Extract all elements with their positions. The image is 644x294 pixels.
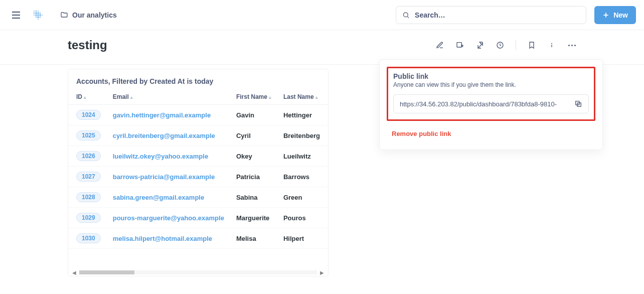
new-button-label: New bbox=[613, 11, 628, 19]
id-pill[interactable]: 1030 bbox=[76, 233, 101, 243]
panel-title: Public link bbox=[393, 72, 589, 80]
cell-first: Gavin bbox=[230, 105, 277, 125]
cell-last: Pouros bbox=[277, 208, 326, 228]
svg-point-3 bbox=[34, 12, 35, 14]
svg-point-13 bbox=[38, 16, 39, 18]
svg-point-16 bbox=[404, 13, 408, 17]
title-actions bbox=[435, 40, 576, 50]
id-pill[interactable]: 1025 bbox=[76, 130, 101, 140]
card-subtitle: Accounts, Filtered by Created At is toda… bbox=[68, 69, 328, 89]
remove-public-link[interactable]: Remove public link bbox=[392, 130, 451, 137]
svg-point-11 bbox=[42, 14, 43, 16]
share-icon[interactable] bbox=[475, 41, 485, 50]
svg-point-5 bbox=[38, 12, 39, 14]
logo bbox=[30, 7, 46, 23]
cell-plan: Basi bbox=[326, 187, 329, 208]
info-icon[interactable] bbox=[547, 41, 556, 50]
id-pill[interactable]: 1024 bbox=[76, 110, 101, 120]
more-icon[interactable] bbox=[567, 41, 576, 50]
table-row[interactable]: 1029pouros-marguerite@yahoo.exampleMargu… bbox=[68, 208, 329, 228]
cell-last: Hettinger bbox=[277, 105, 326, 125]
svg-point-0 bbox=[34, 10, 35, 12]
table-row[interactable]: 1030melisa.hilpert@hotmail.exampleMelisa… bbox=[68, 228, 329, 249]
id-pill[interactable]: 1028 bbox=[76, 192, 101, 202]
sharing-panel: Public link Anyone can view this if you … bbox=[379, 59, 603, 150]
bookmark-icon[interactable] bbox=[527, 41, 536, 50]
cell-first: Okey bbox=[230, 146, 277, 167]
edit-icon[interactable] bbox=[435, 41, 444, 50]
page-title: testing bbox=[68, 38, 107, 52]
cell-last: Lueilwitz bbox=[277, 146, 326, 167]
svg-point-9 bbox=[38, 14, 39, 16]
cell-plan: Basi bbox=[326, 208, 329, 228]
cell-plan: Basi bbox=[326, 167, 329, 187]
horizontal-scrollbar[interactable]: ◀ ▶ bbox=[68, 269, 328, 276]
id-pill[interactable]: 1027 bbox=[76, 172, 101, 182]
cell-first: Melisa bbox=[230, 228, 277, 249]
col-id[interactable]: ID▴ bbox=[68, 89, 107, 105]
cell-first: Marguerite bbox=[230, 208, 277, 228]
table-row[interactable]: 1024gavin.hettinger@gmail.exampleGavinHe… bbox=[68, 105, 329, 125]
email-link[interactable]: sabina.green@gmail.example bbox=[113, 194, 204, 201]
cell-last: Breitenberg bbox=[277, 125, 326, 146]
panel-subtitle: Anyone can view this if you give them th… bbox=[393, 81, 589, 88]
cell-plan: Basi bbox=[326, 146, 329, 167]
col-last[interactable]: Last Name▴ bbox=[277, 89, 326, 105]
cell-plan: Basi bbox=[326, 105, 329, 125]
svg-point-6 bbox=[40, 12, 41, 14]
table-row[interactable]: 1028sabina.green@gmail.exampleSabinaGree… bbox=[68, 187, 329, 208]
table-row[interactable]: 1025cyril.breitenberg@gmail.exampleCyril… bbox=[68, 125, 329, 146]
cell-plan: Basi bbox=[326, 228, 329, 249]
cell-last: Green bbox=[277, 187, 326, 208]
col-first[interactable]: First Name▴ bbox=[230, 89, 277, 105]
col-email[interactable]: Email▴ bbox=[107, 89, 230, 105]
cell-first: Cyril bbox=[230, 125, 277, 146]
search-input[interactable] bbox=[415, 11, 580, 19]
svg-point-1 bbox=[36, 10, 37, 12]
svg-point-2 bbox=[38, 10, 39, 12]
cell-first: Sabina bbox=[230, 187, 277, 208]
copy-icon[interactable] bbox=[573, 99, 583, 109]
public-url-field[interactable]: https://34.56.203.82/public/dashboard/78… bbox=[393, 94, 589, 113]
id-pill[interactable]: 1029 bbox=[76, 213, 101, 223]
cell-last: Barrows bbox=[277, 167, 326, 187]
svg-point-19 bbox=[552, 43, 552, 44]
plus-icon bbox=[602, 12, 609, 19]
id-pill[interactable]: 1026 bbox=[76, 151, 101, 161]
email-link[interactable]: cyril.breitenberg@gmail.example bbox=[113, 132, 215, 139]
svg-point-10 bbox=[40, 14, 41, 16]
hamburger-button[interactable] bbox=[8, 7, 24, 23]
cell-plan: Basi bbox=[326, 125, 329, 146]
col-plan[interactable]: Plan bbox=[326, 89, 329, 105]
svg-point-8 bbox=[36, 14, 37, 16]
history-icon[interactable] bbox=[496, 41, 505, 50]
search-bar[interactable] bbox=[396, 6, 586, 24]
highlight-box: Public link Anyone can view this if you … bbox=[387, 67, 595, 121]
svg-point-12 bbox=[36, 16, 37, 18]
email-link[interactable]: melisa.hilpert@hotmail.example bbox=[113, 235, 212, 242]
topbar: Our analytics New bbox=[0, 0, 644, 30]
new-button[interactable]: New bbox=[594, 6, 636, 24]
table-row[interactable]: 1027barrows-patricia@gmail.examplePatric… bbox=[68, 167, 329, 187]
scroll-left-icon[interactable]: ◀ bbox=[71, 270, 77, 275]
cell-first: Patricia bbox=[230, 167, 277, 187]
cell-last: Hilpert bbox=[277, 228, 326, 249]
add-card-icon[interactable] bbox=[455, 41, 464, 50]
email-link[interactable]: pouros-marguerite@yahoo.example bbox=[113, 214, 224, 222]
scroll-right-icon[interactable]: ▶ bbox=[319, 270, 325, 275]
svg-rect-17 bbox=[457, 43, 461, 47]
svg-point-15 bbox=[38, 18, 39, 20]
svg-point-7 bbox=[34, 14, 35, 16]
svg-point-4 bbox=[36, 12, 37, 14]
svg-point-14 bbox=[40, 16, 41, 18]
breadcrumb-label: Our analytics bbox=[72, 11, 117, 19]
scroll-thumb[interactable] bbox=[79, 270, 134, 274]
divider bbox=[516, 40, 516, 50]
table-row[interactable]: 1026lueilwitz.okey@yahoo.exampleOkeyLuei… bbox=[68, 146, 329, 167]
search-icon bbox=[402, 11, 410, 19]
email-link[interactable]: gavin.hettinger@gmail.example bbox=[113, 111, 211, 119]
email-link[interactable]: barrows-patricia@gmail.example bbox=[113, 173, 215, 181]
breadcrumb[interactable]: Our analytics bbox=[60, 11, 117, 19]
email-link[interactable]: lueilwitz.okey@yahoo.example bbox=[113, 153, 208, 160]
card-accounts: Accounts, Filtered by Created At is toda… bbox=[68, 69, 329, 276]
